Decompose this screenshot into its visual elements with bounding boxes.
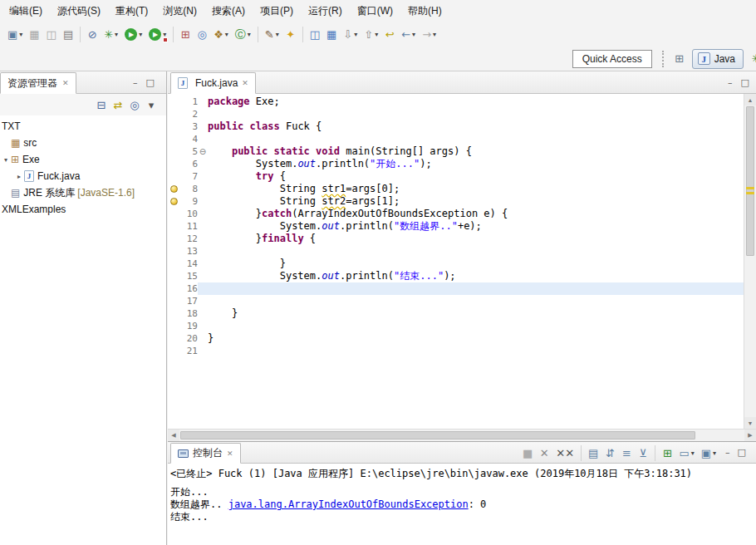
code-line-11[interactable]: 11 System.out.println("数组越界.."+e);	[168, 220, 744, 233]
dropdown-caret-icon[interactable]: ▾	[276, 31, 279, 38]
dropdown-caret-icon[interactable]: ▾	[354, 31, 357, 38]
link-with-editor-button[interactable]: ⇄	[110, 96, 125, 114]
overview-warning-marker[interactable]	[746, 192, 754, 194]
filters-button[interactable]: ◎	[127, 96, 142, 114]
menu-search[interactable]: 搜索(A)	[204, 0, 253, 22]
forward-button[interactable]: →▾	[420, 26, 439, 44]
remove-all-terminated-button[interactable]: ✕✕	[553, 444, 577, 462]
explorer-tab[interactable]: 资源管理器 ✕	[0, 72, 76, 94]
new-class-button[interactable]: Ⓒ▾	[233, 26, 253, 44]
next-annotation-button[interactable]: ⇩▾	[341, 26, 360, 44]
new-wizard-button[interactable]: ▣▾	[5, 26, 25, 44]
dropdown-caret-icon[interactable]: ▾	[115, 31, 118, 38]
code-line-17[interactable]: 17	[168, 295, 744, 307]
minimize-icon[interactable]: –	[728, 78, 733, 87]
save-button[interactable]: ▦	[27, 26, 42, 44]
minimize-icon[interactable]: –	[725, 448, 730, 457]
menu-window[interactable]: 窗口(W)	[350, 0, 400, 22]
code-line-20[interactable]: 20}	[168, 332, 744, 345]
code-line-12[interactable]: 12 }finally {	[168, 233, 744, 245]
scroll-left-icon[interactable]: ◀	[168, 430, 179, 441]
close-icon[interactable]: ✕	[62, 79, 69, 87]
console-tab[interactable]: 控制台 ✕	[170, 443, 241, 464]
menu-help[interactable]: 帮助(H)	[400, 0, 449, 22]
external-tools-button[interactable]: ✎▾	[263, 26, 282, 44]
code-line-1[interactable]: 1package Exe;	[168, 96, 744, 108]
quick-access-input[interactable]: Quick Access	[572, 50, 652, 68]
new-project-button[interactable]: ⊞	[178, 26, 193, 44]
vertical-scrollbar-thumb[interactable]	[746, 106, 754, 256]
close-icon[interactable]: ✕	[227, 449, 233, 458]
maximize-icon[interactable]: □	[738, 448, 746, 457]
code-line-19[interactable]: 19	[168, 320, 744, 332]
save-all-button[interactable]: ◫	[44, 26, 59, 44]
tree-item-folder-src[interactable]: ▦src	[0, 135, 166, 151]
chevron-right-icon[interactable]: ▸	[14, 173, 24, 180]
display-selected-console-button[interactable]: ▭▾	[676, 444, 696, 462]
tree-item-package-exe[interactable]: ▾⊞Exe	[0, 151, 166, 168]
menu-refactor[interactable]: 重构(T)	[108, 0, 155, 22]
menu-source[interactable]: 源代码(S)	[50, 0, 108, 22]
code-line-3[interactable]: 3public class Fuck {	[168, 120, 744, 133]
run-history-button[interactable]: ▶▾	[146, 26, 169, 44]
maximize-icon[interactable]: □	[741, 78, 749, 87]
collapse-all-button[interactable]: ⊟	[94, 96, 109, 114]
menu-project[interactable]: 项目(P)	[253, 0, 301, 22]
code-line-15[interactable]: 15 System.out.println("结束...");	[168, 270, 744, 282]
new-package-button[interactable]: ❖▾	[211, 26, 231, 44]
close-icon[interactable]: ✕	[242, 79, 248, 87]
tree-item-project-xmlexamples[interactable]: XMLExamples	[0, 201, 166, 218]
scroll-lock-button[interactable]: ⇵	[602, 444, 617, 462]
dropdown-caret-icon[interactable]: ▾	[19, 31, 22, 38]
dropdown-caret-icon[interactable]: ▾	[375, 31, 378, 38]
remove-launch-button[interactable]: ✕	[537, 444, 552, 462]
skip-breakpoints-button[interactable]: ⊘	[85, 26, 100, 44]
clipped-perspective-button[interactable]: ✳	[749, 50, 756, 68]
dropdown-caret-icon[interactable]: ▾	[412, 31, 415, 38]
fold-collapse-icon[interactable]: ⊖	[198, 145, 208, 158]
code-line-16[interactable]: 16	[168, 282, 744, 295]
menu-edit[interactable]: 编辑(E)	[2, 0, 50, 22]
search-button[interactable]: ✦	[283, 26, 298, 44]
java-perspective-button[interactable]: J Java	[692, 49, 744, 69]
code-line-4[interactable]: 4	[168, 133, 744, 145]
scroll-down-icon[interactable]: ▼	[744, 417, 756, 429]
dropdown-caret-icon[interactable]: ▾	[713, 449, 716, 457]
code-line-2[interactable]: 2	[168, 108, 744, 120]
dropdown-caret-icon[interactable]: ▾	[139, 31, 142, 38]
scroll-up-icon[interactable]: ▲	[744, 94, 756, 106]
view-menu-button[interactable]: ▾	[144, 96, 159, 114]
open-type-button[interactable]: ◎	[194, 26, 209, 44]
menu-run[interactable]: 运行(R)	[301, 0, 350, 22]
minimize-icon[interactable]: –	[133, 78, 138, 87]
code-line-18[interactable]: 18 }	[168, 307, 744, 320]
terminate-button[interactable]: ■	[520, 444, 535, 462]
code-line-21[interactable]: 21	[168, 345, 744, 357]
run-button[interactable]: ▶▾	[122, 26, 145, 44]
print-button[interactable]: ▤	[61, 26, 76, 44]
code-line-5[interactable]: 5⊖ public static void main(String[] args…	[168, 145, 744, 158]
pin-console-button[interactable]: ⊻	[636, 444, 650, 462]
horizontal-scrollbar-thumb[interactable]	[180, 431, 695, 439]
debug-button[interactable]: ✳▾	[101, 26, 120, 44]
open-perspective-button[interactable]: ⊞	[672, 50, 687, 68]
tree-item-jre-system-library[interactable]: ▤JRE 系统库[JavaSE-1.6]	[0, 184, 166, 201]
tree-item-file-fuck-java[interactable]: ▸JFuck.java	[0, 168, 166, 184]
console-output[interactable]: <已终止> Fuck (1) [Java 应用程序] E:\eclipse\jr…	[168, 464, 756, 545]
stack-trace-link[interactable]: java.lang.ArrayIndexOutOfBoundsException	[228, 498, 469, 510]
menu-navigate[interactable]: 浏览(N)	[155, 0, 204, 22]
code-line-10[interactable]: 10 }catch(ArrayIndexOutOfBoundsException…	[168, 208, 744, 220]
vertical-scrollbar[interactable]: ▲ ▼	[744, 94, 756, 429]
chevron-down-icon[interactable]: ▾	[1, 156, 11, 164]
word-wrap-button[interactable]: ≡	[619, 444, 634, 462]
dropdown-caret-icon[interactable]: ▾	[248, 31, 251, 38]
dropdown-caret-icon[interactable]: ▾	[225, 31, 228, 38]
dropdown-caret-icon[interactable]: ▾	[433, 31, 436, 38]
code-editor[interactable]: 1package Exe;23public class Fuck {45⊖ pu…	[168, 94, 756, 429]
scroll-right-icon[interactable]: ▶	[744, 430, 756, 441]
back-button[interactable]: ←▾	[399, 26, 418, 44]
open-task-button[interactable]: ◫	[307, 26, 322, 44]
overview-warning-marker[interactable]	[746, 187, 754, 189]
code-line-8[interactable]: 8 String str1=args[0];	[168, 183, 744, 195]
code-line-13[interactable]: 13	[168, 245, 744, 258]
